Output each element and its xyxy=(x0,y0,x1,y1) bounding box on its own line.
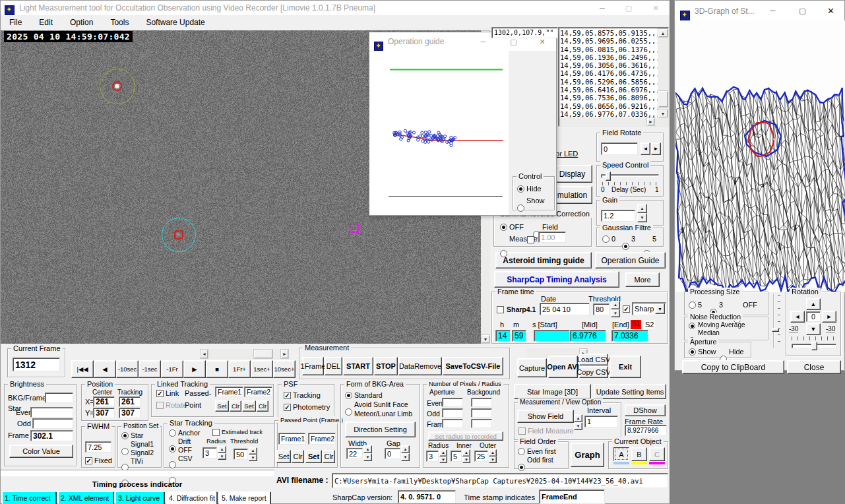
posset-signal1-radio[interactable] xyxy=(121,448,129,455)
passed-frame1-field[interactable]: Frame1 xyxy=(278,433,305,445)
hide-radio[interactable] xyxy=(517,185,524,193)
sharpcap-timing-analysis-button[interactable]: SharpCap Timing Analysis xyxy=(494,271,619,288)
spin-down-icon[interactable]: ▼ xyxy=(401,453,410,461)
spin-down-icon[interactable]: ▼ xyxy=(611,309,620,318)
psf-photometry-checkbox[interactable]: ✓ xyxy=(284,404,291,411)
timing-step-cell[interactable]: 3. Light curve xyxy=(115,491,164,504)
transport-button[interactable]: ▶ xyxy=(183,360,206,378)
linked-clr1-button[interactable]: Clr xyxy=(230,400,241,412)
track-radius-field[interactable]: 3 xyxy=(203,447,217,458)
linked-frame1-field[interactable]: Frame1 xyxy=(215,387,243,397)
maximize-button[interactable]: ▢ xyxy=(618,1,639,15)
rotate-up-icon[interactable]: ▲ xyxy=(806,298,821,310)
standard-radio[interactable] xyxy=(345,392,352,399)
measurement-button[interactable]: START xyxy=(343,357,373,375)
timing-data-list[interactable]: 14,59,05.8575,05.9135,,,,14,59,05.9695,0… xyxy=(558,27,669,127)
show-radio[interactable] xyxy=(517,205,524,212)
transport-button[interactable]: 10sec+ xyxy=(273,360,296,378)
rotate-checkbox[interactable] xyxy=(156,402,164,409)
gap-field[interactable]: 0 xyxy=(385,448,400,459)
frame-data-box[interactable]: 1302,0,107.9,"" xyxy=(491,27,558,38)
transport-button[interactable]: ■ xyxy=(206,360,228,378)
measurement-button[interactable]: SaveToCSV-File xyxy=(443,357,503,375)
link-checkbox[interactable]: ✓ xyxy=(156,390,164,397)
drift-radio[interactable] xyxy=(169,445,176,453)
end-field[interactable]: 7.0336 xyxy=(611,330,648,342)
copy-to-clipboard-button[interactable]: Copy to ClipBoard xyxy=(682,360,784,374)
spin-down-icon[interactable]: ▼ xyxy=(489,457,497,464)
posset-star-radio[interactable] xyxy=(121,432,129,439)
mid-field[interactable]: 6.9776 xyxy=(570,330,606,342)
close-button[interactable]: ✕ xyxy=(644,1,667,15)
spin-down-icon[interactable]: ▼ xyxy=(637,213,647,222)
avi-filename-field[interactable]: C:¥Users¥mita-family¥Desktop¥SharpCap Ca… xyxy=(332,473,668,488)
minimize-button[interactable]: ─ xyxy=(592,1,613,15)
measurement-button[interactable]: 1Frame xyxy=(302,357,324,375)
linked-frame2-field[interactable]: Frame2 xyxy=(244,387,272,397)
track-radius-spinner[interactable]: ▲ ▼ xyxy=(218,446,226,460)
outer-spinner[interactable]: ▲ ▼ xyxy=(489,449,497,463)
fixed-checkbox[interactable]: ✓ xyxy=(85,457,92,464)
transport-button[interactable]: -10sec xyxy=(116,360,139,378)
hour-field[interactable]: 14 xyxy=(495,330,511,342)
rotate-right-icon[interactable]: ► xyxy=(822,311,836,323)
spin-up-icon[interactable]: ▲ xyxy=(439,449,447,457)
inner-field[interactable]: 5 xyxy=(451,451,462,462)
spin-up-icon[interactable]: ▲ xyxy=(249,447,257,455)
rotate-down-icon[interactable]: ▼ xyxy=(806,323,821,335)
date-field[interactable]: 25 04 10 xyxy=(540,303,590,315)
even-first-radio[interactable] xyxy=(518,448,525,455)
passed-set2-button[interactable]: Set xyxy=(305,450,322,463)
rotation-value[interactable]: 0 xyxy=(806,311,821,322)
spin-down-icon[interactable]: ▼ xyxy=(439,457,447,464)
measurement-button[interactable]: DEL xyxy=(325,357,342,375)
radius-spinner[interactable]: ▲ ▼ xyxy=(439,449,447,463)
passed-clr2-button[interactable]: Clr xyxy=(323,450,335,463)
more-button[interactable]: More xyxy=(625,272,660,287)
y-center-field[interactable]: 307 xyxy=(93,408,115,418)
spin-down-icon[interactable]: ▼ xyxy=(218,453,226,460)
frame-aperture-field[interactable] xyxy=(442,419,463,428)
odd-field[interactable] xyxy=(32,418,73,429)
width-spinner[interactable]: ▲ ▼ xyxy=(363,445,372,461)
color-value-button[interactable]: Color Value xyxy=(9,445,73,458)
estimated-track-checkbox[interactable] xyxy=(212,429,220,436)
spin-up-icon[interactable]: ▲ xyxy=(218,446,226,453)
spin-up-icon[interactable]: ▲ xyxy=(462,449,470,457)
seek-left-icon[interactable]: ◄ xyxy=(200,349,208,359)
object-a-button[interactable]: A xyxy=(613,447,629,461)
field-rotate-value[interactable]: 0 xyxy=(601,142,638,155)
spin-up-icon[interactable]: ▲ xyxy=(574,414,582,422)
transport-button[interactable]: ◀ xyxy=(94,360,116,378)
anchor-radio[interactable] xyxy=(169,429,176,437)
object-b-button[interactable]: B xyxy=(631,447,647,461)
current-frame-field[interactable]: 1312 xyxy=(13,358,60,371)
star-image-3d-button[interactable]: Star Image [3D] xyxy=(514,384,591,399)
gap-spinner[interactable]: ▲ ▼ xyxy=(401,445,410,461)
height-slider-thumb[interactable] xyxy=(772,328,779,332)
avoid-sunlit-radio[interactable] xyxy=(345,408,352,416)
scroll-down-icon[interactable]: ▼ xyxy=(481,334,490,344)
x-tracking-field[interactable]: 261 xyxy=(119,396,141,407)
odd-aperture-field[interactable] xyxy=(442,408,463,418)
asteroid-timing-guide-button[interactable]: Asteroid timing guide xyxy=(495,252,592,268)
s1-indicator[interactable]: S1 xyxy=(631,320,641,329)
bkg-frame-field[interactable] xyxy=(45,393,73,403)
operation-guide-button[interactable]: Operation Guide xyxy=(595,252,666,268)
graph-button[interactable]: Graph xyxy=(571,443,604,467)
selection-square-c[interactable] xyxy=(349,223,359,233)
frame-brightness-field[interactable]: 302.1 xyxy=(30,430,73,441)
gamma-value-field[interactable]: 1.00 xyxy=(538,232,566,243)
spin-down-icon[interactable]: ▼ xyxy=(363,453,372,461)
timing-step-cell[interactable]: 5. Make report xyxy=(219,491,270,504)
linked-clr2-button[interactable]: Clr xyxy=(257,400,268,412)
maximize-button[interactable]: ▢ xyxy=(788,1,817,20)
moving-average-radio[interactable] xyxy=(689,323,695,329)
timing-step-cell[interactable]: 4. Diffraction fit xyxy=(166,491,217,504)
spin-up-icon[interactable]: ▲ xyxy=(637,204,647,213)
even-background-field[interactable] xyxy=(471,398,492,407)
minute-field[interactable]: 59 xyxy=(512,330,526,342)
speed-slider-thumb[interactable] xyxy=(606,172,611,181)
passed-frame2-field[interactable]: Frame2 xyxy=(308,433,336,445)
datalist-hscrollbar[interactable]: ► xyxy=(559,117,668,126)
